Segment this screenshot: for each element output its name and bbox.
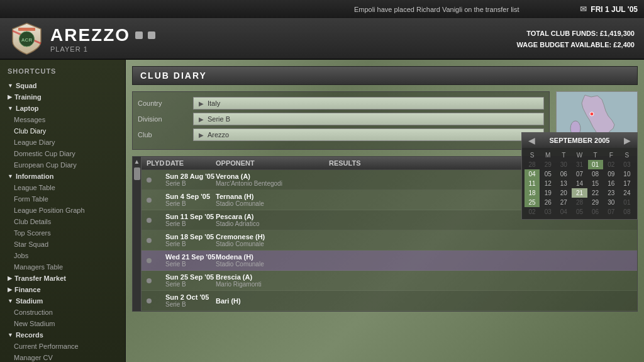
cal-day[interactable]: 30 — [556, 160, 571, 169]
match-date: Wed 21 Sep '05 Serie B — [165, 253, 216, 268]
cal-day[interactable]: 08 — [588, 169, 603, 179]
club-row: Club ▶ Arezzo — [138, 128, 544, 141]
sidebar-item-training[interactable]: ▶ Training — [0, 91, 125, 103]
cal-day[interactable]: 18 — [525, 188, 540, 198]
cal-day[interactable]: 28 — [525, 160, 540, 169]
division-value[interactable]: ▶ Serie B — [193, 113, 544, 125]
sidebar-item-domestic-cup-diary[interactable]: Domestic Cup Diary — [0, 148, 125, 159]
cal-day[interactable]: 05 — [540, 169, 555, 179]
cal-day[interactable]: 07 — [572, 169, 587, 179]
sidebar-item-records[interactable]: ▼ Records — [0, 329, 125, 341]
match-date: Sun 25 Sep '05 Serie B — [165, 273, 216, 288]
club-name-area: AREZZO PLAYER 1 — [50, 25, 155, 53]
sidebar-item-stadium[interactable]: ▼ Stadium — [0, 295, 125, 307]
current-date: FRI 1 JUL '05 — [591, 5, 638, 14]
sidebar-item-messages[interactable]: Messages — [0, 114, 125, 125]
match-row-highlighted[interactable]: Wed 21 Sep '05 Serie B Modena (H) Stadio… — [142, 251, 637, 271]
scroll-bar[interactable]: ▲ — [133, 157, 142, 311]
cal-day[interactable]: 20 — [556, 188, 571, 198]
calendar-next-button[interactable]: ▶ — [621, 135, 633, 145]
scroll-up-arrow[interactable]: ▲ — [134, 158, 140, 165]
cal-day[interactable]: 17 — [619, 179, 635, 188]
cal-day[interactable]: 27 — [556, 198, 571, 207]
cal-week-1: 28 29 30 31 01 02 03 — [525, 160, 635, 169]
sidebar-item-club-details[interactable]: Club Details — [0, 216, 125, 227]
page-title-bar: CLUB DIARY — [132, 66, 638, 85]
sidebar-item-jobs[interactable]: Jobs — [0, 250, 125, 261]
cal-day[interactable]: 23 — [604, 188, 619, 198]
cal-day[interactable]: 10 — [619, 169, 635, 179]
cal-day[interactable]: 28 — [572, 198, 587, 207]
date-area: ✉ FRI 1 JUL '05 — [580, 4, 638, 14]
svg-rect-2 — [18, 28, 35, 31]
sidebar-item-construction[interactable]: Construction — [0, 307, 125, 318]
cal-day[interactable]: 29 — [588, 198, 603, 207]
cal-day[interactable]: 08 — [619, 207, 635, 217]
cal-day[interactable]: 07 — [604, 207, 619, 217]
sidebar-item-information[interactable]: ▼ Information — [0, 171, 125, 182]
cal-day[interactable]: 15 — [588, 179, 603, 188]
sidebar-item-laptop[interactable]: ▼ Laptop — [0, 103, 125, 114]
sidebar-item-star-squad[interactable]: Star Squad — [0, 239, 125, 250]
sidebar-item-league-table[interactable]: League Table — [0, 182, 125, 193]
cal-day[interactable]: 24 — [619, 188, 635, 198]
sidebar-item-form-table[interactable]: Form Table — [0, 193, 125, 205]
club-value[interactable]: ▶ Arezzo — [193, 128, 544, 141]
cal-day[interactable]: 22 — [588, 188, 603, 198]
match-dot — [147, 297, 165, 305]
cal-day[interactable]: 02 — [604, 160, 619, 169]
club-logo-area: ACR AREZZO PLAYER 1 — [9, 21, 155, 56]
cal-week-6: 02 03 04 05 06 07 08 — [525, 207, 635, 217]
calendar-panel: ◀ SEPTEMBER 2005 ▶ S M T W T F S 28 29 — [521, 132, 638, 220]
cal-day[interactable]: 19 — [540, 188, 555, 198]
country-value[interactable]: ▶ Italy — [193, 97, 544, 110]
cal-day[interactable]: 01 — [588, 160, 603, 169]
cal-day[interactable]: 25 — [525, 198, 540, 207]
calendar-grid: S M T W T F S 28 29 30 31 01 02 03 — [522, 148, 637, 219]
calendar-prev-button[interactable]: ◀ — [526, 135, 538, 145]
sidebar: SHORTCUTS ▼ Squad ▶ Training ▼ Laptop Me… — [0, 60, 126, 362]
sidebar-item-club-diary[interactable]: Club Diary — [0, 125, 125, 137]
calendar-day-headers: S M T W T F S — [525, 150, 635, 160]
sidebar-item-managers-table[interactable]: Managers Table — [0, 261, 125, 273]
club-arrow-icon: ▶ — [199, 132, 204, 139]
sidebar-item-squad[interactable]: ▼ Squad — [0, 80, 125, 91]
cal-day[interactable]: 11 — [525, 179, 540, 188]
cal-day[interactable]: 09 — [604, 169, 619, 179]
match-row[interactable]: Sun 25 Sep '05 Serie B Brescia (A) Mario… — [142, 271, 637, 291]
sidebar-item-finance[interactable]: ▶ Finance — [0, 284, 125, 295]
chevron-down-icon: ▼ — [8, 82, 13, 89]
cal-day[interactable]: 26 — [540, 198, 555, 207]
match-row[interactable]: Sun 18 Sep '05 Serie B Cremonese (H) Sta… — [142, 230, 637, 251]
sidebar-item-manager-cv[interactable]: Manager CV — [0, 352, 125, 362]
cal-day[interactable]: 30 — [604, 198, 619, 207]
cal-day-selected[interactable]: 21 — [572, 188, 587, 198]
sidebar-item-transfer-market[interactable]: ▶ Transfer Market — [0, 273, 125, 284]
cal-day[interactable]: 12 — [540, 179, 555, 188]
cal-day[interactable]: 06 — [588, 207, 603, 217]
mail-icon[interactable]: ✉ — [580, 4, 587, 14]
scroll-thumb[interactable] — [134, 167, 140, 180]
sidebar-item-league-diary[interactable]: League Diary — [0, 137, 125, 148]
sidebar-item-current-performance[interactable]: Current Performance — [0, 341, 125, 352]
cal-day[interactable]: 01 — [619, 198, 635, 207]
cal-day[interactable]: 04 — [525, 169, 540, 179]
sidebar-item-top-scorers[interactable]: Top Scorers — [0, 227, 125, 239]
cal-day[interactable]: 04 — [556, 207, 571, 217]
sidebar-item-league-position-graph[interactable]: League Position Graph — [0, 205, 125, 216]
cal-day[interactable]: 02 — [525, 207, 540, 217]
cal-day[interactable]: 31 — [572, 160, 587, 169]
cal-day[interactable]: 29 — [540, 160, 555, 169]
cal-day[interactable]: 14 — [572, 179, 587, 188]
sidebar-item-new-stadium[interactable]: New Stadium — [0, 318, 125, 329]
cal-day[interactable]: 13 — [556, 179, 571, 188]
cal-day[interactable]: 06 — [556, 169, 571, 179]
match-row[interactable]: Sun 2 Oct '05 Serie B Bari (H) — [142, 291, 637, 311]
cal-day[interactable]: 03 — [540, 207, 555, 217]
cal-header-f: F — [604, 150, 619, 160]
cal-day[interactable]: 03 — [619, 160, 635, 169]
sidebar-item-european-cup-diary[interactable]: European Cup Diary — [0, 159, 125, 171]
country-arrow-icon: ▶ — [199, 100, 204, 107]
cal-day[interactable]: 16 — [604, 179, 619, 188]
cal-day[interactable]: 05 — [572, 207, 587, 217]
